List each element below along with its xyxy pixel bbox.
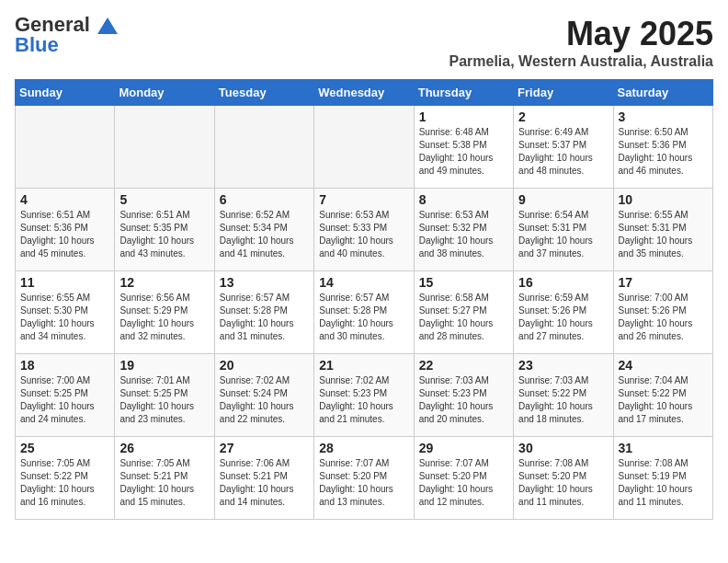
day-info: Sunrise: 6:49 AM Sunset: 5:37 PM Dayligh… xyxy=(518,126,608,178)
day-info: Sunrise: 7:08 AM Sunset: 5:19 PM Dayligh… xyxy=(619,457,708,509)
calendar-cell: 30Sunrise: 7:08 AM Sunset: 5:20 PM Dayli… xyxy=(514,437,613,520)
day-info: Sunrise: 7:04 AM Sunset: 5:22 PM Dayligh… xyxy=(619,374,708,426)
calendar-cell xyxy=(214,106,313,189)
day-info: Sunrise: 7:05 AM Sunset: 5:22 PM Dayligh… xyxy=(20,457,109,509)
calendar-cell: 17Sunrise: 7:00 AM Sunset: 5:26 PM Dayli… xyxy=(613,271,712,354)
day-info: Sunrise: 7:03 AM Sunset: 5:22 PM Dayligh… xyxy=(518,374,608,426)
page-header: General Blue May 2025 Parmelia, Western … xyxy=(15,15,713,70)
day-info: Sunrise: 6:55 AM Sunset: 5:30 PM Dayligh… xyxy=(20,292,109,343)
day-info: Sunrise: 6:53 AM Sunset: 5:33 PM Dayligh… xyxy=(319,209,408,260)
calendar-cell: 16Sunrise: 6:59 AM Sunset: 5:26 PM Dayli… xyxy=(514,271,613,354)
day-number: 2 xyxy=(518,109,608,124)
month-title: May 2025 xyxy=(449,15,713,53)
calendar-cell: 9Sunrise: 6:54 AM Sunset: 5:31 PM Daylig… xyxy=(514,189,613,271)
day-info: Sunrise: 7:00 AM Sunset: 5:25 PM Dayligh… xyxy=(20,374,109,426)
day-info: Sunrise: 6:50 AM Sunset: 5:36 PM Dayligh… xyxy=(619,126,708,178)
calendar-cell: 20Sunrise: 7:02 AM Sunset: 5:24 PM Dayli… xyxy=(214,354,313,437)
calendar-cell: 25Sunrise: 7:05 AM Sunset: 5:22 PM Dayli… xyxy=(16,437,115,520)
calendar-cell: 12Sunrise: 6:56 AM Sunset: 5:29 PM Dayli… xyxy=(115,271,214,354)
calendar-cell: 31Sunrise: 7:08 AM Sunset: 5:19 PM Dayli… xyxy=(613,437,712,520)
calendar-cell xyxy=(314,106,414,189)
logo-arrow-icon xyxy=(97,17,118,34)
day-info: Sunrise: 7:07 AM Sunset: 5:20 PM Dayligh… xyxy=(319,457,408,509)
calendar-cell: 28Sunrise: 7:07 AM Sunset: 5:20 PM Dayli… xyxy=(314,437,414,520)
day-number: 27 xyxy=(220,441,309,455)
day-number: 29 xyxy=(419,441,508,455)
weekday-header: Tuesday xyxy=(214,80,313,106)
location-title: Parmelia, Western Australia, Australia xyxy=(449,53,713,70)
calendar-cell: 1Sunrise: 6:48 AM Sunset: 5:38 PM Daylig… xyxy=(414,106,513,189)
weekday-header: Monday xyxy=(115,80,214,106)
day-number: 30 xyxy=(518,441,608,455)
day-number: 10 xyxy=(619,192,708,207)
day-info: Sunrise: 7:02 AM Sunset: 5:24 PM Dayligh… xyxy=(220,374,309,426)
day-number: 7 xyxy=(319,192,408,207)
day-info: Sunrise: 7:00 AM Sunset: 5:26 PM Dayligh… xyxy=(619,292,708,343)
calendar-week-row: 18Sunrise: 7:00 AM Sunset: 5:25 PM Dayli… xyxy=(16,354,713,437)
day-info: Sunrise: 6:57 AM Sunset: 5:28 PM Dayligh… xyxy=(220,292,309,343)
day-number: 11 xyxy=(20,275,109,290)
day-number: 19 xyxy=(119,358,209,373)
day-info: Sunrise: 6:48 AM Sunset: 5:38 PM Dayligh… xyxy=(419,126,508,178)
day-info: Sunrise: 6:51 AM Sunset: 5:36 PM Dayligh… xyxy=(20,209,109,260)
day-number: 8 xyxy=(419,192,508,207)
calendar-week-row: 25Sunrise: 7:05 AM Sunset: 5:22 PM Dayli… xyxy=(16,437,713,520)
day-number: 5 xyxy=(119,192,209,207)
title-block: May 2025 Parmelia, Western Australia, Au… xyxy=(449,15,713,70)
day-info: Sunrise: 6:51 AM Sunset: 5:35 PM Dayligh… xyxy=(119,209,209,260)
day-info: Sunrise: 6:53 AM Sunset: 5:32 PM Dayligh… xyxy=(419,209,508,260)
calendar-cell: 27Sunrise: 7:06 AM Sunset: 5:21 PM Dayli… xyxy=(214,437,313,520)
day-number: 1 xyxy=(419,109,508,124)
weekday-header: Thursday xyxy=(414,80,513,106)
calendar-cell: 21Sunrise: 7:02 AM Sunset: 5:23 PM Dayli… xyxy=(314,354,414,437)
calendar-cell: 8Sunrise: 6:53 AM Sunset: 5:32 PM Daylig… xyxy=(414,189,513,271)
calendar-cell: 3Sunrise: 6:50 AM Sunset: 5:36 PM Daylig… xyxy=(613,106,712,189)
weekday-header: Saturday xyxy=(613,80,712,106)
day-info: Sunrise: 6:55 AM Sunset: 5:31 PM Dayligh… xyxy=(619,209,708,260)
day-number: 9 xyxy=(518,192,608,207)
calendar-week-row: 11Sunrise: 6:55 AM Sunset: 5:30 PM Dayli… xyxy=(16,271,713,354)
calendar-cell xyxy=(115,106,214,189)
calendar-cell: 26Sunrise: 7:05 AM Sunset: 5:21 PM Dayli… xyxy=(115,437,214,520)
day-info: Sunrise: 6:56 AM Sunset: 5:29 PM Dayligh… xyxy=(119,292,209,343)
day-info: Sunrise: 6:54 AM Sunset: 5:31 PM Dayligh… xyxy=(518,209,608,260)
day-info: Sunrise: 7:02 AM Sunset: 5:23 PM Dayligh… xyxy=(319,374,408,426)
day-number: 14 xyxy=(319,275,408,290)
calendar-cell: 5Sunrise: 6:51 AM Sunset: 5:35 PM Daylig… xyxy=(115,189,214,271)
calendar-cell: 18Sunrise: 7:00 AM Sunset: 5:25 PM Dayli… xyxy=(16,354,115,437)
calendar-cell: 6Sunrise: 6:52 AM Sunset: 5:34 PM Daylig… xyxy=(214,189,313,271)
svg-marker-0 xyxy=(97,17,118,34)
weekday-header-row: SundayMondayTuesdayWednesdayThursdayFrid… xyxy=(16,80,713,106)
day-info: Sunrise: 6:52 AM Sunset: 5:34 PM Dayligh… xyxy=(220,209,309,260)
calendar-cell xyxy=(16,106,115,189)
calendar-cell: 29Sunrise: 7:07 AM Sunset: 5:20 PM Dayli… xyxy=(414,437,513,520)
day-number: 3 xyxy=(619,109,708,124)
day-info: Sunrise: 7:01 AM Sunset: 5:25 PM Dayligh… xyxy=(119,374,209,426)
calendar-cell: 14Sunrise: 6:57 AM Sunset: 5:28 PM Dayli… xyxy=(314,271,414,354)
calendar-cell: 7Sunrise: 6:53 AM Sunset: 5:33 PM Daylig… xyxy=(314,189,414,271)
day-number: 24 xyxy=(619,358,708,373)
day-info: Sunrise: 7:06 AM Sunset: 5:21 PM Dayligh… xyxy=(220,457,309,509)
day-number: 20 xyxy=(220,358,309,373)
calendar-table: SundayMondayTuesdayWednesdayThursdayFrid… xyxy=(15,79,713,520)
day-info: Sunrise: 6:58 AM Sunset: 5:27 PM Dayligh… xyxy=(419,292,508,343)
calendar-cell: 13Sunrise: 6:57 AM Sunset: 5:28 PM Dayli… xyxy=(214,271,313,354)
calendar-cell: 2Sunrise: 6:49 AM Sunset: 5:37 PM Daylig… xyxy=(514,106,613,189)
day-number: 15 xyxy=(419,275,508,290)
calendar-cell: 11Sunrise: 6:55 AM Sunset: 5:30 PM Dayli… xyxy=(16,271,115,354)
weekday-header: Wednesday xyxy=(314,80,414,106)
calendar-cell: 10Sunrise: 6:55 AM Sunset: 5:31 PM Dayli… xyxy=(613,189,712,271)
day-number: 13 xyxy=(220,275,309,290)
calendar-week-row: 4Sunrise: 6:51 AM Sunset: 5:36 PM Daylig… xyxy=(16,189,713,271)
day-info: Sunrise: 7:07 AM Sunset: 5:20 PM Dayligh… xyxy=(419,457,508,509)
calendar-week-row: 1Sunrise: 6:48 AM Sunset: 5:38 PM Daylig… xyxy=(16,106,713,189)
day-info: Sunrise: 7:03 AM Sunset: 5:23 PM Dayligh… xyxy=(419,374,508,426)
day-number: 12 xyxy=(119,275,209,290)
day-info: Sunrise: 7:08 AM Sunset: 5:20 PM Dayligh… xyxy=(518,457,608,509)
day-number: 4 xyxy=(20,192,109,207)
day-number: 23 xyxy=(518,358,608,373)
calendar-cell: 19Sunrise: 7:01 AM Sunset: 5:25 PM Dayli… xyxy=(115,354,214,437)
day-number: 26 xyxy=(119,441,209,455)
day-number: 28 xyxy=(319,441,408,455)
calendar-cell: 22Sunrise: 7:03 AM Sunset: 5:23 PM Dayli… xyxy=(414,354,513,437)
